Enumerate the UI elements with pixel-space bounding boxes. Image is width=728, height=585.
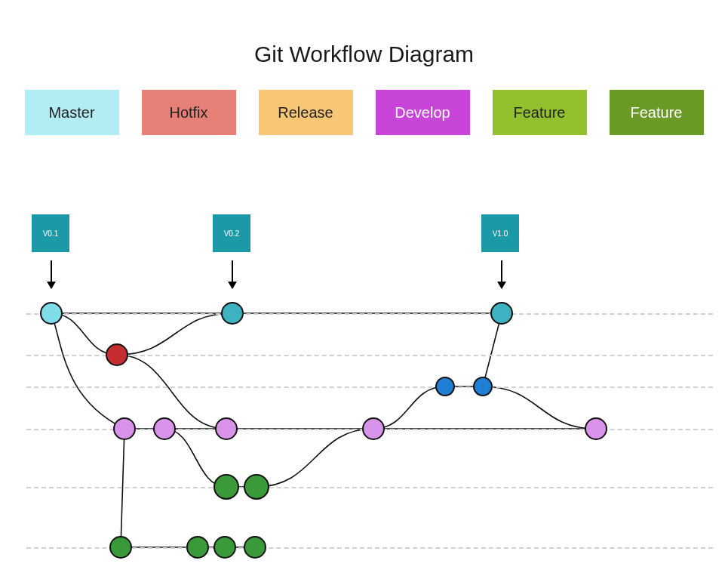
legend-develop: Develop <box>376 90 470 135</box>
legend-feature-b: Feature <box>610 90 704 135</box>
version-tag-2: V1.0 <box>481 214 519 252</box>
version-tag-0: V0.1 <box>32 214 69 252</box>
lane-line <box>26 386 713 388</box>
lane-line <box>26 487 713 488</box>
commit-node-d5 <box>585 417 607 440</box>
commit-node-h1 <box>106 343 128 366</box>
commit-node-m1 <box>40 302 63 325</box>
commit-node-f2c <box>213 536 236 559</box>
connector <box>117 355 226 429</box>
lane-line <box>26 313 713 315</box>
tag-arrow-icon <box>47 260 56 289</box>
commit-node-f2d <box>244 536 266 559</box>
connector <box>51 313 124 429</box>
version-tag-1: V0.2 <box>213 214 250 252</box>
diagram-area <box>0 294 728 574</box>
lane-line <box>26 355 713 356</box>
page-title: Git Workflow Diagram <box>0 42 728 67</box>
commit-node-d1 <box>113 417 136 440</box>
commit-node-f1a <box>213 474 239 500</box>
tag-arrow-icon <box>497 260 506 289</box>
commit-node-r1 <box>435 377 455 396</box>
commit-node-d2 <box>153 417 176 440</box>
connector <box>117 313 232 355</box>
legend-row: Master Hotfix Release Develop Feature Fe… <box>0 90 728 135</box>
connector <box>483 386 596 429</box>
tag-arrow-icon <box>228 260 237 289</box>
commit-node-f1b <box>244 474 269 500</box>
commit-node-f2b <box>186 536 209 559</box>
legend-master: Master <box>25 90 119 135</box>
commit-node-f2a <box>109 536 132 559</box>
commit-node-d4 <box>362 417 385 440</box>
legend-release: Release <box>259 90 353 135</box>
connector <box>256 429 373 487</box>
commit-node-d3 <box>215 417 238 440</box>
commit-node-m2 <box>221 302 244 325</box>
legend-feature-a: Feature <box>493 90 587 135</box>
legend-hotfix: Hotfix <box>142 90 236 135</box>
connector <box>373 386 445 429</box>
commit-node-r2 <box>473 377 493 396</box>
commit-node-m3 <box>490 302 513 325</box>
